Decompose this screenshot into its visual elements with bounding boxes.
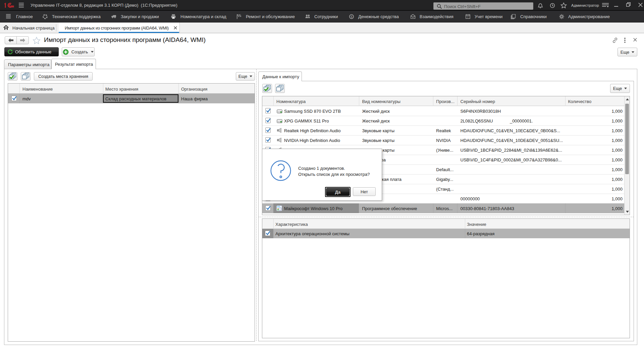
svg-text:$: $ (351, 15, 353, 18)
svg-text:7: 7 (467, 16, 469, 19)
